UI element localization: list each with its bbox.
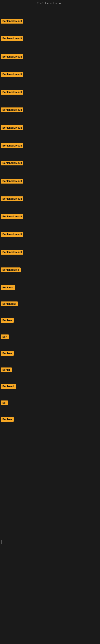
bottleneck-badge[interactable]: Bottleneck result	[1, 36, 23, 41]
bottleneck-badge[interactable]: Bottleneck	[1, 384, 16, 389]
site-header: TheBottlenecker.com	[0, 0, 100, 7]
bottleneck-badge[interactable]: Bottleneck result	[1, 108, 23, 112]
bottleneck-item-row[interactable]: Bottleneck	[1, 384, 16, 390]
bottleneck-item-row[interactable]: Bottleneck result	[1, 196, 23, 202]
bottleneck-item-row[interactable]: Bottleneck result	[1, 250, 23, 256]
page-wrapper: TheBottlenecker.com Bottleneck resultBot…	[0, 0, 100, 644]
bottleneck-badge[interactable]: Bottleneck result	[1, 72, 23, 77]
bottleneck-badge[interactable]: Bottlene	[1, 417, 14, 422]
bottleneck-item-row[interactable]: Bottleneck result	[1, 232, 23, 238]
bottleneck-item-row[interactable]: Bott	[1, 334, 9, 340]
bottleneck-badge[interactable]: Bott	[1, 334, 9, 339]
bottleneck-item-row[interactable]: Bottleneck result	[1, 90, 23, 96]
bottleneck-item-row[interactable]: Bottlene	[1, 318, 14, 324]
bottleneck-item-row[interactable]: Bottleneck result	[1, 72, 23, 78]
bottleneck-badge[interactable]: Bottleneck result	[1, 179, 23, 184]
bottleneck-item-row[interactable]: Bottleneck res	[1, 268, 21, 273]
bottleneck-item-row[interactable]: Bottleneck result	[1, 54, 23, 60]
bottleneck-badge[interactable]: Bottleneck result	[1, 90, 23, 94]
bottleneck-item-row[interactable]: Bottleneck result	[1, 126, 23, 131]
bottleneck-item-row[interactable]: Bottleneck result	[1, 36, 23, 42]
bottleneck-badge[interactable]: Bottlene	[1, 351, 14, 356]
bottleneck-badge[interactable]: Bottleneck res	[1, 268, 21, 272]
bottleneck-badge[interactable]: Bottleneck result	[1, 54, 23, 59]
bottleneck-item-row[interactable]: Bottlene	[1, 417, 14, 422]
bottleneck-badge[interactable]: Bottleneck r	[1, 302, 18, 306]
bottleneck-badge[interactable]: Bottleneck result	[1, 250, 23, 254]
bottleneck-badge[interactable]: Bottleneck result	[1, 143, 23, 148]
bottleneck-badge[interactable]: Bottleneck result	[1, 160, 23, 166]
bottleneck-badge[interactable]: Bottleneck result	[1, 19, 23, 24]
bottleneck-item-row[interactable]: Bottleneck result	[1, 214, 23, 220]
cursor-indicator: |	[1, 539, 2, 544]
bottleneck-item-row[interactable]: Bottlene	[1, 351, 14, 356]
bottleneck-badge[interactable]: Bottleneck result	[1, 232, 23, 237]
bottleneck-item-row[interactable]: Bottlenec	[1, 285, 15, 291]
bottleneck-item-row[interactable]: Bottleneck result	[1, 108, 23, 113]
bottleneck-item-row[interactable]: Bottleneck result	[1, 19, 23, 24]
bottleneck-item-row[interactable]: Bot	[1, 400, 8, 406]
bottleneck-badge[interactable]: Bottlenec	[1, 285, 15, 290]
bottleneck-item-row[interactable]: Bottler	[1, 368, 12, 373]
bottleneck-item-row[interactable]: Bottleneck result	[1, 160, 23, 166]
bottleneck-badge[interactable]: Bottler	[1, 368, 12, 372]
bottleneck-item-row[interactable]: Bottleneck r	[1, 302, 18, 307]
bottleneck-badge[interactable]: Bot	[1, 400, 8, 405]
site-title: TheBottlenecker.com	[37, 2, 63, 5]
bottleneck-badge[interactable]: Bottleneck result	[1, 126, 23, 130]
bottleneck-item-row[interactable]: Bottleneck result	[1, 179, 23, 184]
bottleneck-badge[interactable]: Bottlene	[1, 318, 14, 323]
bottleneck-badge[interactable]: Bottleneck result	[1, 214, 23, 219]
bottleneck-badge[interactable]: Bottleneck result	[1, 196, 23, 201]
bottleneck-item-row[interactable]: Bottleneck result	[1, 143, 23, 149]
